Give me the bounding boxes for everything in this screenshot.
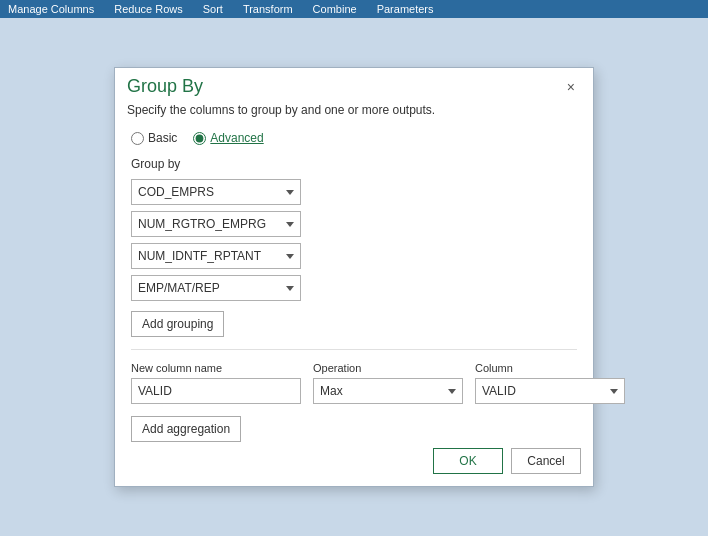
column-label: Column (475, 362, 625, 374)
groupby-row-2: COD_EMPRS NUM_RGTRO_EMPRG NUM_IDNTF_RPTA… (131, 243, 577, 269)
appbar-parameters[interactable]: Parameters (377, 3, 434, 15)
appbar-transform[interactable]: Transform (243, 3, 293, 15)
appbar-manage-columns[interactable]: Manage Columns (8, 3, 94, 15)
appbar-sort[interactable]: Sort (203, 3, 223, 15)
operation-label: Operation (313, 362, 463, 374)
radio-advanced-label: Advanced (210, 131, 263, 145)
column-col: Column VALID (475, 362, 625, 404)
group-by-label: Group by (131, 157, 577, 171)
add-grouping-button[interactable]: Add grouping (131, 311, 224, 337)
groupby-row-3: COD_EMPRS NUM_RGTRO_EMPRG NUM_IDNTF_RPTA… (131, 275, 577, 301)
dialog-titlebar: Group By × (115, 68, 593, 101)
radio-basic-label: Basic (148, 131, 177, 145)
groupby-dropdown-1[interactable]: COD_EMPRS NUM_RGTRO_EMPRG NUM_IDNTF_RPTA… (131, 211, 301, 237)
group-by-section: Group by COD_EMPRS NUM_RGTRO_EMPRG NUM_I… (131, 157, 577, 337)
groupby-row-1: COD_EMPRS NUM_RGTRO_EMPRG NUM_IDNTF_RPTA… (131, 211, 577, 237)
appbar-reduce-rows[interactable]: Reduce Rows (114, 3, 182, 15)
groupby-dropdown-2[interactable]: COD_EMPRS NUM_RGTRO_EMPRG NUM_IDNTF_RPTA… (131, 243, 301, 269)
dialog-body: Basic Advanced Group by COD_EMPRS NUM_RG… (115, 127, 593, 470)
radio-group: Basic Advanced (131, 131, 577, 145)
divider (131, 349, 577, 350)
group-by-dialog: Group By × Specify the columns to group … (114, 67, 594, 487)
radio-basic-input[interactable] (131, 132, 144, 145)
groupby-dropdown-3[interactable]: COD_EMPRS NUM_RGTRO_EMPRG NUM_IDNTF_RPTA… (131, 275, 301, 301)
aggregation-section: New column name Operation Sum Average Mi… (131, 362, 577, 442)
groupby-row-0: COD_EMPRS NUM_RGTRO_EMPRG NUM_IDNTF_RPTA… (131, 179, 577, 205)
new-column-col: New column name (131, 362, 301, 404)
appbar-combine[interactable]: Combine (313, 3, 357, 15)
radio-advanced[interactable]: Advanced (193, 131, 263, 145)
dialog-overlay: Group By × Specify the columns to group … (0, 18, 708, 536)
operation-dropdown[interactable]: Sum Average Min Max Count Count Distinct… (313, 378, 463, 404)
new-column-label: New column name (131, 362, 301, 374)
dialog-footer: OK Cancel (433, 448, 581, 474)
close-button[interactable]: × (561, 78, 581, 96)
radio-advanced-input[interactable] (193, 132, 206, 145)
ok-button[interactable]: OK (433, 448, 503, 474)
operation-col: Operation Sum Average Min Max Count Coun… (313, 362, 463, 404)
new-column-input[interactable] (131, 378, 301, 404)
aggregation-row: New column name Operation Sum Average Mi… (131, 362, 577, 404)
add-aggregation-button[interactable]: Add aggregation (131, 416, 241, 442)
column-dropdown[interactable]: VALID (475, 378, 625, 404)
dialog-title: Group By (127, 76, 203, 97)
dialog-subtitle: Specify the columns to group by and one … (115, 101, 593, 127)
groupby-dropdown-0[interactable]: COD_EMPRS NUM_RGTRO_EMPRG NUM_IDNTF_RPTA… (131, 179, 301, 205)
cancel-button[interactable]: Cancel (511, 448, 581, 474)
app-bar: Manage Columns Reduce Rows Sort Transfor… (0, 0, 708, 18)
radio-basic[interactable]: Basic (131, 131, 177, 145)
